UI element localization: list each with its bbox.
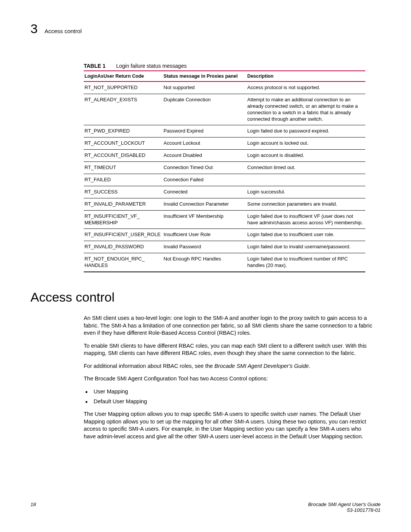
cell-desc: Login successful. xyxy=(247,186,365,198)
page-header: 3 Access control xyxy=(30,21,381,36)
table-row: RT_TIMEOUTConnection Timed OutConnection… xyxy=(84,162,365,174)
cell-desc: Login account is locked out. xyxy=(247,137,365,150)
paragraph-3: For additional information about RBAC ro… xyxy=(84,363,373,370)
cell-msg: Duplicate Connection xyxy=(163,94,247,125)
table-row: RT_FAILEDConnection Failed xyxy=(84,174,365,186)
table-caption: TABLE 1 Login failure status messages xyxy=(84,63,365,69)
table-row: RT_NOT_ENOUGH_RPC_ HANDLESNot Enough RPC… xyxy=(84,253,365,272)
cell-msg: Connected xyxy=(163,186,247,198)
list-item: User Mapping xyxy=(84,388,373,396)
paragraph-4: The Brocade SMI Agent Configuration Tool… xyxy=(84,375,373,383)
page-number: 18 xyxy=(30,502,36,513)
paragraph-1: An SMI client uses a two-level login: on… xyxy=(84,315,373,337)
table-row: RT_ACCOUNT_DISABLEDAccount DisabledLogin… xyxy=(84,150,365,162)
doc-id: 53-1001778-01 xyxy=(308,507,381,513)
cell-msg: Insufficient User Role xyxy=(163,229,247,241)
table-row: RT_NOT_SUPPORTEDNot supportedAccess prot… xyxy=(84,81,365,94)
table-row: RT_ACCOUNT_LOCKOUTAccount LockoutLogin a… xyxy=(84,137,365,150)
cell-desc: Login failed due to invalid username/pas… xyxy=(247,241,365,253)
paragraph-5: The User Mapping option allows you to ma… xyxy=(84,411,373,440)
cell-code: RT_INSUFFICIENT_VF_ MEMBERSHIP xyxy=(84,210,163,229)
cell-desc: Connection timed out. xyxy=(247,162,365,174)
cell-msg: Invalid Connection Parameter xyxy=(163,198,247,210)
p3-post: . xyxy=(309,363,310,369)
cell-desc: Login failed due to insufficient number … xyxy=(247,253,365,272)
cell-desc: Login failed due to password expired. xyxy=(247,125,365,137)
p3-pre: For additional information about RBAC ro… xyxy=(84,363,214,369)
cell-msg: Password Expired xyxy=(163,125,247,137)
cell-code: RT_PWD_EXPIRED xyxy=(84,125,163,137)
cell-msg: Not Enough RPC Handles xyxy=(163,253,247,272)
cell-desc: Login failed due to insufficient VF (use… xyxy=(247,210,365,229)
p3-emphasis: Brocade SMI Agent Developer's Guide xyxy=(214,363,309,369)
cell-code: RT_ACCOUNT_LOCKOUT xyxy=(84,137,163,150)
page-footer: 18 Brocade SMI Agent User's Guide 53-100… xyxy=(30,502,381,513)
options-list: User MappingDefault User Mapping xyxy=(84,388,373,405)
list-item: Default User Mapping xyxy=(84,398,373,406)
cell-code: RT_ACCOUNT_DISABLED xyxy=(84,150,163,162)
cell-code: RT_INSUFFICIENT_USER_ROLE xyxy=(84,229,163,241)
cell-code: RT_FAILED xyxy=(84,174,163,186)
table-row: RT_INSUFFICIENT_USER_ROLEInsufficient Us… xyxy=(84,229,365,241)
cell-msg: Account Lockout xyxy=(163,137,247,150)
cell-msg: Invalid Password xyxy=(163,241,247,253)
cell-code: RT_INVALID_PARAMETER xyxy=(84,198,163,210)
cell-code: RT_SUCCESS xyxy=(84,186,163,198)
cell-code: RT_INVALID_PASSWORD xyxy=(84,241,163,253)
table-row: RT_INSUFFICIENT_VF_ MEMBERSHIPInsufficie… xyxy=(84,210,365,229)
cell-code: RT_NOT_ENOUGH_RPC_ HANDLES xyxy=(84,253,163,272)
table-row: RT_INVALID_PASSWORDInvalid PasswordLogin… xyxy=(84,241,365,253)
table-caption-text: Login failure status messages xyxy=(116,63,186,69)
table-row: RT_PWD_EXPIREDPassword ExpiredLogin fail… xyxy=(84,125,365,137)
cell-code: RT_TIMEOUT xyxy=(84,162,163,174)
status-table: LoginAsUser Return Code Status message i… xyxy=(84,70,365,272)
paragraph-2: To enable SMI clients to have different … xyxy=(84,342,373,357)
cell-msg: Connection Timed Out xyxy=(163,162,247,174)
cell-code: RT_NOT_SUPPORTED xyxy=(84,81,163,94)
cell-desc: Some connection parameters are invalid. xyxy=(247,198,365,210)
section-heading: Access control xyxy=(30,290,381,305)
table-row: RT_INVALID_PARAMETERInvalid Connection P… xyxy=(84,198,365,210)
cell-code: RT_ALREADY_EXISTS xyxy=(84,94,163,125)
chapter-number: 3 xyxy=(30,21,38,36)
status-table-block: TABLE 1 Login failure status messages Lo… xyxy=(84,63,365,272)
header-title: Access control xyxy=(45,28,82,34)
doc-title: Brocade SMI Agent User's Guide xyxy=(308,502,381,507)
cell-msg: Account Disabled xyxy=(163,150,247,162)
table-label: TABLE 1 xyxy=(84,63,105,69)
section-body: An SMI client uses a two-level login: on… xyxy=(84,315,373,440)
cell-desc: Attempt to make an additional connection… xyxy=(247,94,365,125)
cell-msg: Connection Failed xyxy=(163,174,247,186)
footer-right: Brocade SMI Agent User's Guide 53-100177… xyxy=(308,502,381,513)
cell-desc: Access protocol is not supported. xyxy=(247,81,365,94)
table-row: RT_ALREADY_EXISTSDuplicate ConnectionAtt… xyxy=(84,94,365,125)
cell-desc xyxy=(247,174,365,186)
col-return-code: LoginAsUser Return Code xyxy=(84,71,163,81)
col-status-message: Status message in Proxies panel xyxy=(163,71,247,81)
cell-msg: Not supported xyxy=(163,81,247,94)
cell-msg: Insufficient VF Membership xyxy=(163,210,247,229)
table-row: RT_SUCCESSConnectedLogin successful. xyxy=(84,186,365,198)
cell-desc: Login failed due to insufficient user ro… xyxy=(247,229,365,241)
col-description: Description xyxy=(247,71,365,81)
cell-desc: Login account is disabled. xyxy=(247,150,365,162)
